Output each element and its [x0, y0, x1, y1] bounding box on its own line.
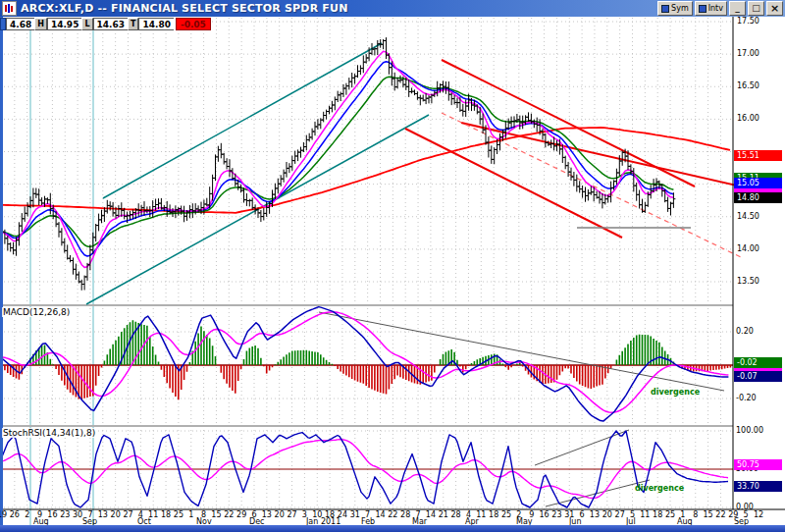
- open-value: 4.68: [6, 18, 34, 30]
- price-axis-tick: 16.00: [737, 114, 759, 123]
- macd-axis-tick: -0.20: [736, 394, 757, 402]
- window-frame-bottom: [0, 525, 785, 532]
- price-axis-tick: 17.00: [737, 49, 759, 58]
- high-toggle-button[interactable]: H: [34, 18, 47, 30]
- price-axis-badge: 14.80: [734, 192, 782, 203]
- stoch-divergence-text: divergence: [635, 484, 684, 493]
- low-value: 14.63: [93, 18, 128, 30]
- macd-label: MACD(12,26,8): [2, 307, 71, 317]
- quote-readout: 4.68 H 14.95 L 14.63 T 14.80 -0.05: [0, 18, 211, 30]
- macd-divergence-text: divergence: [651, 388, 700, 397]
- macd-axis-badge: -0.07: [734, 371, 782, 382]
- date-tick: 12: [750, 510, 767, 519]
- last-toggle-button[interactable]: T: [128, 18, 138, 30]
- price-axis-tick: 14.50: [737, 212, 759, 221]
- stoch-axis-badge: 50.75: [734, 459, 782, 470]
- price-axis-tick: 16.50: [737, 81, 759, 90]
- high-value: 14.95: [47, 18, 81, 30]
- macd-axis-tick: 0.20: [736, 327, 754, 336]
- chart-canvas[interactable]: [0, 0, 785, 532]
- window-frame-left: [0, 17, 3, 526]
- price-axis-tick: 17.50: [737, 17, 759, 26]
- price-axis-badge: 15.05: [734, 178, 782, 188]
- app-window: ARCX:XLF,D -- FINANCIAL SELECT SECTOR SP…: [0, 0, 785, 532]
- stoch-axis-tick: 100.00: [736, 426, 763, 435]
- price-axis-badge: 15.51: [734, 150, 782, 161]
- low-toggle-button[interactable]: L: [81, 18, 92, 30]
- stochrsi-label: StochRSI(14,34(1),8): [2, 428, 96, 438]
- change-badge: -0.05: [176, 18, 211, 30]
- macd-axis-badge: -0.02: [734, 357, 782, 368]
- last-value: 14.80: [138, 18, 173, 30]
- stoch-axis-badge: 33.70: [734, 481, 782, 492]
- price-axis-tick: 13.50: [737, 277, 759, 286]
- price-axis-tick: 14.00: [737, 244, 759, 253]
